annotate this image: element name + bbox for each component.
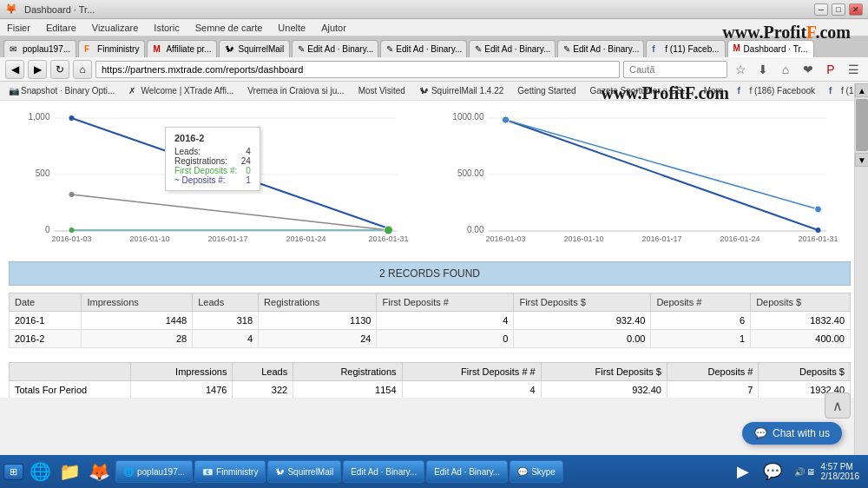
menu-icon[interactable]: ☰ bbox=[844, 60, 863, 79]
menu-semne-de-carte[interactable]: Semne de carte bbox=[192, 21, 266, 35]
chat-button[interactable]: 💬 Chat with us bbox=[742, 422, 842, 445]
scroll-thumb[interactable] bbox=[856, 99, 868, 151]
tab-affiliate[interactable]: M Affiliate pr... bbox=[147, 40, 217, 57]
menu-ajutor[interactable]: Ajutor bbox=[318, 21, 350, 35]
tab-facebook[interactable]: f f (11) Faceb... bbox=[646, 40, 725, 57]
skype-icon: 💬 bbox=[517, 467, 528, 477]
address-bar: ◀ ▶ ↻ ⌂ ☆ ⬇ ⌂ ❤ P ☰ www.ProfitF.com bbox=[0, 57, 868, 82]
records-bar: 2 RECORDS FOUND bbox=[9, 261, 851, 286]
pinterest-icon[interactable]: P bbox=[821, 60, 840, 79]
svg-point-28 bbox=[815, 206, 822, 213]
svg-text:1000.00: 1000.00 bbox=[452, 112, 484, 122]
totals-col-deposits-dollar: Deposits $ bbox=[759, 363, 851, 381]
bookmark-facebook1[interactable]: f f (186) Facebook bbox=[732, 84, 820, 98]
taskbar-time: 4:57 PM bbox=[821, 462, 860, 472]
home-button[interactable]: ⌂ bbox=[73, 60, 92, 79]
back-button[interactable]: ◀ bbox=[5, 60, 24, 79]
cell-deposits-dollar-1: 1832.40 bbox=[751, 312, 851, 330]
taskbar-ie-icon[interactable]: 🌐 bbox=[27, 458, 53, 485]
tooltip-leads-row: Leads: 4 bbox=[174, 147, 251, 156]
close-button[interactable]: ✕ bbox=[849, 3, 863, 16]
scrollbar: ▲ ▼ bbox=[854, 83, 868, 455]
menu-unelte[interactable]: Unelte bbox=[274, 21, 309, 35]
taskbar: ⊞ 🌐 📁 🦊 🌐 poplau197... 📧 Finministry 🐿 S… bbox=[0, 455, 868, 488]
tab-icon-squirrelmail: 🐿 bbox=[225, 44, 235, 55]
taskbar-media-icon[interactable]: ▶ bbox=[730, 458, 756, 485]
cell-deposits-hash-1: 6 bbox=[651, 312, 751, 330]
taskbar-app-edit1[interactable]: Edit Ad · Binary... bbox=[343, 460, 424, 483]
bookmark-vremea[interactable]: Vremea in Craiova si ju... bbox=[242, 84, 349, 97]
firefox-icon: 🦊 bbox=[89, 461, 110, 482]
taskbar-app-squirrel[interactable]: 🐿 SquirrelMail bbox=[267, 460, 341, 483]
bookmark-getting-started[interactable]: Getting Started bbox=[512, 84, 581, 97]
records-found-text: 2 RECORDS FOUND bbox=[379, 267, 480, 280]
svg-point-12 bbox=[385, 226, 393, 234]
chrome-icon: 🌐 bbox=[123, 467, 134, 477]
search-input[interactable] bbox=[623, 61, 727, 78]
menu-istoric[interactable]: Istoric bbox=[150, 21, 182, 35]
download-icon[interactable]: ⬇ bbox=[753, 60, 773, 79]
tab-squirrelmail[interactable]: 🐿 SquirrelMail bbox=[219, 40, 290, 57]
chat-icon: 💬 bbox=[754, 427, 767, 439]
svg-point-9 bbox=[69, 115, 75, 121]
right-chart: 1000.00 500.00 0.00 bbox=[438, 109, 851, 244]
svg-text:2016-01-17: 2016-01-17 bbox=[207, 234, 247, 243]
totals-col-first-deposits-dollar: First Deposits $ bbox=[541, 363, 667, 381]
minimize-button[interactable]: ─ bbox=[814, 3, 828, 16]
bookmark-star-icon[interactable]: ☆ bbox=[731, 60, 750, 79]
taskbar-app-chrome[interactable]: 🌐 poplau197... bbox=[115, 460, 193, 483]
taskbar-folder-icon[interactable]: 📁 bbox=[56, 458, 82, 485]
svg-text:2016-01-03: 2016-01-03 bbox=[485, 234, 525, 243]
bookmark-most-visited[interactable]: Most Visited bbox=[353, 84, 411, 97]
tab-icon-facebook: f bbox=[652, 44, 662, 55]
tab-edit4[interactable]: ✎ Edit Ad · Binary... bbox=[557, 40, 644, 57]
totals-table: Impressions Leads Registrations First De… bbox=[9, 362, 851, 398]
taskbar-skype-tray-icon[interactable]: 💬 bbox=[760, 458, 786, 485]
start-button[interactable]: ⊞ bbox=[3, 464, 23, 480]
bookmark-icon-snapshot: 📷 bbox=[9, 86, 19, 96]
tab-icon-edit4: ✎ bbox=[563, 44, 570, 55]
svg-text:1,000: 1,000 bbox=[28, 112, 49, 122]
taskbar-firefox-icon[interactable]: 🦊 bbox=[86, 458, 112, 485]
tab-icon-finministry: F bbox=[84, 44, 95, 55]
menu-vizualizare[interactable]: Vizualizare bbox=[89, 21, 142, 35]
taskbar-app-chrome-label: poplau197... bbox=[137, 467, 185, 477]
scroll-up-button[interactable]: ▲ bbox=[855, 83, 868, 97]
tab-edit2[interactable]: ✎ Edit Ad · Binary... bbox=[380, 40, 467, 57]
home-toolbar-icon[interactable]: ⌂ bbox=[776, 60, 795, 79]
left-chart: 1,000 500 0 bbox=[9, 109, 421, 244]
scroll-down-button[interactable]: ▼ bbox=[855, 153, 868, 167]
tab-dashboard[interactable]: M Dashboard · Tr... bbox=[727, 40, 814, 57]
menu-editare[interactable]: Editare bbox=[43, 21, 80, 35]
tab-edit1[interactable]: ✎ Edit Ad · Binary... bbox=[292, 40, 378, 57]
window-title: Dashboard · Tr... bbox=[24, 4, 95, 15]
forward-button[interactable]: ▶ bbox=[28, 60, 47, 79]
svg-text:2016-01-24: 2016-01-24 bbox=[286, 234, 326, 243]
tab-finministry[interactable]: F Finministry bbox=[78, 40, 145, 57]
bookmark-snapshot[interactable]: 📷 Snapshot · Binary Opti... bbox=[3, 84, 120, 98]
reload-button[interactable]: ↻ bbox=[50, 60, 69, 79]
folder-icon: 📁 bbox=[59, 461, 81, 482]
tooltip-first-deposits-row: First Deposits #: 0 bbox=[174, 166, 251, 175]
taskbar-app-skype[interactable]: 💬 Skype bbox=[510, 460, 563, 483]
maximize-button[interactable]: □ bbox=[832, 3, 845, 16]
tooltip-deposits-row: ~ Deposits #: 1 bbox=[174, 175, 251, 185]
cell-date-2: 2016-2 bbox=[10, 330, 82, 348]
menu-fisier[interactable]: Fisier bbox=[3, 21, 34, 35]
address-input[interactable] bbox=[95, 61, 620, 78]
tooltip-deposits-value: 1 bbox=[246, 175, 251, 185]
totals-col-leads: Leads bbox=[233, 363, 293, 381]
taskbar-app-finministry[interactable]: 📧 Finministry bbox=[194, 460, 266, 483]
back-to-top-button[interactable]: ∧ bbox=[825, 392, 851, 419]
ie-icon: 🌐 bbox=[30, 461, 51, 482]
svg-point-11 bbox=[69, 228, 75, 233]
totals-header-row: Impressions Leads Registrations First De… bbox=[10, 363, 851, 381]
totals-col-deposits-hash: Deposits # bbox=[667, 363, 759, 381]
taskbar-app-finministry-label: Finministry bbox=[216, 467, 258, 477]
heart-icon[interactable]: ❤ bbox=[799, 60, 818, 79]
taskbar-app-edit2[interactable]: Edit Ad · Binary... bbox=[426, 460, 508, 483]
tab-edit3[interactable]: ✎ Edit Ad · Binary... bbox=[469, 40, 556, 57]
tab-poplau[interactable]: ✉ poplau197... bbox=[3, 40, 76, 57]
bookmark-squirrelmail[interactable]: 🐿 SquirrelMail 1.4.22 bbox=[414, 84, 509, 98]
bookmark-xtrade[interactable]: ✗ Welcome | XTrade Affi... bbox=[123, 84, 239, 98]
